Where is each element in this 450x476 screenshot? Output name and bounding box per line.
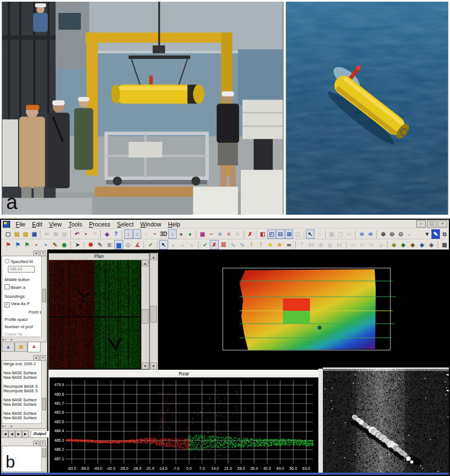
reject-button[interactable]: ✗ <box>210 240 219 250</box>
panel-tab-layers[interactable]: ▲ <box>2 343 15 352</box>
menu-help[interactable]: Help <box>165 221 184 228</box>
marker-green-button[interactable]: ♦ <box>186 229 194 239</box>
panel-tab-profiles[interactable]: ▲ <box>28 342 40 352</box>
mini-vscrollbar[interactable] <box>41 446 46 472</box>
accept-button[interactable]: ✓ <box>201 240 210 250</box>
designated-red-button[interactable]: ▪ <box>32 240 41 250</box>
sidescan-canvas[interactable] <box>323 369 449 473</box>
zoom-in-button[interactable]: ⊕ <box>379 229 388 239</box>
star-flag-button[interactable]: ★ <box>275 240 284 250</box>
first-tab-button[interactable]: ◀ <box>2 430 8 438</box>
view-back-button[interactable]: ← <box>406 229 414 239</box>
tab-output[interactable]: Output <box>30 431 50 438</box>
close-button[interactable]: × <box>438 220 447 228</box>
find-button[interactable]: ∞ <box>285 240 294 250</box>
angle-tool-button[interactable]: ∡ <box>133 240 142 250</box>
sv-cast-button[interactable]: ↕ <box>124 229 133 239</box>
surface-cube-1-button[interactable]: ◆ <box>390 240 399 250</box>
plan-view-canvas[interactable] <box>49 260 141 369</box>
accept-edit-button[interactable]: ✓ <box>146 240 155 250</box>
warn-2-button[interactable]: ! <box>256 240 266 250</box>
menu-tools[interactable]: Tools <box>65 221 86 228</box>
dialog-vscrollbar[interactable]: ▲ ▼ <box>150 253 158 370</box>
surface-cube-5-button[interactable]: ◆ <box>427 240 436 250</box>
specified-value-field[interactable]: 486.63 <box>8 266 35 273</box>
edit-pencil-button[interactable]: ✎ <box>96 240 105 250</box>
diamond-select-button[interactable]: ◇ <box>124 240 133 250</box>
delete-line-button[interactable]: ✗ <box>246 229 254 239</box>
menu-process[interactable]: Process <box>86 221 114 228</box>
open-project-button[interactable]: ▤ <box>21 229 30 239</box>
restore-button[interactable]: ▢ <box>427 220 436 228</box>
select-arrow-button[interactable]: ↖ <box>306 229 314 239</box>
designated-blue-button[interactable]: ▪ <box>41 240 50 250</box>
surface-view[interactable] <box>161 250 449 369</box>
minimize-button[interactable]: – <box>416 220 426 228</box>
interp-1-button[interactable]: ∿ <box>228 240 237 250</box>
outstanding-button[interactable]: ◉ <box>60 240 69 250</box>
attitude-button[interactable]: ↕ <box>168 229 177 239</box>
undo-history-button[interactable]: • <box>82 229 90 239</box>
scroll-down-icon[interactable]: ▼ <box>150 362 157 369</box>
next-tab-button[interactable]: ▶ <box>15 430 22 438</box>
context-help-button[interactable]: ? <box>112 229 120 239</box>
copy-view-button[interactable]: ⧉ <box>440 229 449 239</box>
menu-view[interactable]: View <box>46 221 65 228</box>
pointer-mode-button[interactable]: ↖ <box>159 240 168 250</box>
interp-2-button[interactable]: ∿ <box>238 240 247 250</box>
mosaic-button[interactable]: ▦ <box>199 229 207 239</box>
star-note-button[interactable]: ★ <box>266 240 275 250</box>
sidescan-view[interactable] <box>323 368 449 474</box>
menu-window[interactable]: Window <box>137 221 164 228</box>
examine-button[interactable]: ✎ <box>51 240 60 250</box>
last-tab-button[interactable]: ▶ <box>22 430 29 438</box>
mosaic-dark-button[interactable]: ▦ <box>440 240 449 250</box>
beam-checkbox[interactable] <box>4 284 10 289</box>
rear-profile-canvas[interactable] <box>50 378 316 472</box>
view-3d-cube-button[interactable]: ◧ <box>259 229 267 239</box>
output-vscrollbar[interactable] <box>41 361 46 428</box>
marker-red-button[interactable]: ♦ <box>177 229 186 239</box>
scroll-up-icon[interactable]: ▲ <box>142 260 148 266</box>
spin-tool-button[interactable]: ✺ <box>86 240 95 250</box>
accept-flag-button[interactable]: ⚑ <box>22 240 32 250</box>
sv-apply-button[interactable]: ↕ <box>133 229 142 239</box>
line-red-button[interactable]: − <box>207 229 215 239</box>
undo-button[interactable]: ↶ <box>73 229 82 239</box>
night-palette-button[interactable]: ✎ <box>431 229 440 239</box>
properties-button[interactable]: ◆ <box>103 229 111 239</box>
shade-2-button[interactable]: ≋ <box>367 229 375 239</box>
scroll-up-icon[interactable]: ▲ <box>150 253 157 260</box>
histogram-button[interactable]: ▆ <box>114 240 123 250</box>
tide-button[interactable]: ~ <box>151 229 159 239</box>
layout-rear-button[interactable]: ⊞ <box>285 229 294 239</box>
scroll-down-icon[interactable]: ▼ <box>142 362 148 369</box>
view-as-checkbox[interactable]: ✓ <box>4 302 10 307</box>
open-file-button[interactable]: ▤ <box>13 229 21 239</box>
prev-tab-button[interactable]: ◀ <box>8 430 15 438</box>
navigate-button[interactable]: ➤ <box>73 240 82 250</box>
save-button[interactable]: ▣ <box>30 229 39 239</box>
critical-flag-button[interactable]: ⚑ <box>4 240 13 250</box>
control-panel-hscrollbar[interactable]: ◂ ▪ ▸ <box>2 337 42 342</box>
surface-cube-3-button[interactable]: ◆ <box>408 240 417 250</box>
warn-1-button[interactable]: ! <box>248 240 256 250</box>
sort-lines-down-button[interactable]: ≡ <box>225 229 233 239</box>
menu-edit[interactable]: Edit <box>29 221 46 228</box>
surface-cube-2-button[interactable]: ◆ <box>399 240 408 250</box>
splitter[interactable] <box>318 369 323 473</box>
specified-radio[interactable] <box>4 259 10 264</box>
zoom-out-button[interactable]: ⊖ <box>388 229 396 239</box>
measure-3d-button[interactable]: 3D <box>159 229 168 239</box>
swath-flag-button[interactable]: ⚑ <box>14 240 22 250</box>
shade-1-button[interactable]: ≋ <box>358 229 366 239</box>
output-hscrollbar[interactable]: ◂ ▪ ▸ <box>2 423 42 428</box>
control-panel-vscrollbar[interactable] <box>41 256 46 342</box>
new-file-button[interactable]: ▢ <box>4 229 12 239</box>
plan-vscrollbar[interactable]: ▲ ▼ <box>141 260 149 369</box>
panel-tab-display[interactable]: ▣ <box>15 343 28 352</box>
zoom-extent-button[interactable]: ▼ <box>423 229 431 239</box>
layout-profile-button[interactable]: ⊟ <box>276 229 285 239</box>
sort-lines-up-button[interactable]: ≡ <box>216 229 224 239</box>
layout-plan-button[interactable]: ◰ <box>267 229 276 239</box>
